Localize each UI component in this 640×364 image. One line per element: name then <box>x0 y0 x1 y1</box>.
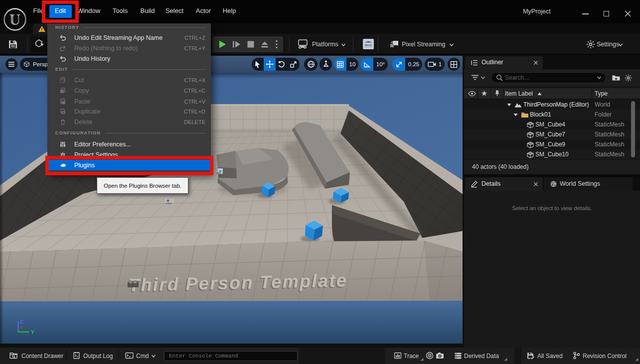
svg-text:EAGLE: EAGLE <box>365 44 372 46</box>
svg-text:X: X <box>20 325 23 330</box>
svg-text:Z: Z <box>20 319 23 325</box>
svg-text:Y: Y <box>31 330 34 335</box>
svg-text:U: U <box>9 11 20 28</box>
